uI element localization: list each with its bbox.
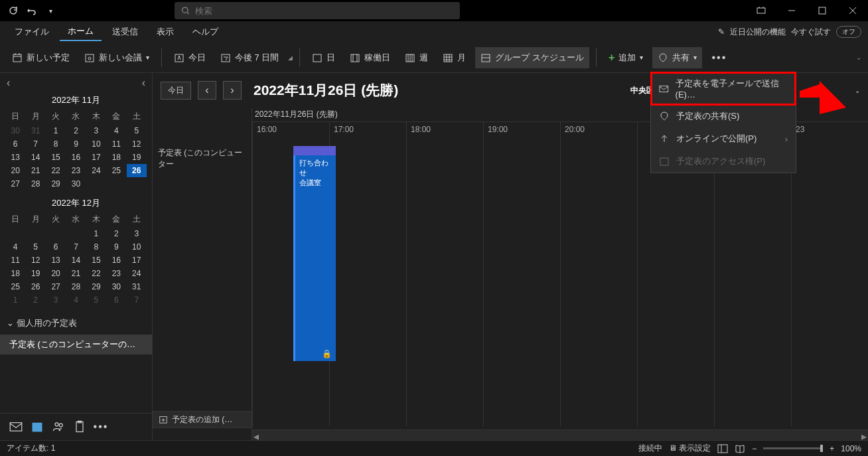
cal-day[interactable]: 15 (46, 151, 66, 164)
cal-day[interactable]: 26 (25, 280, 45, 293)
cal-day[interactable]: 1 (46, 124, 66, 137)
cal-day[interactable]: 16 (66, 151, 86, 164)
upcoming-features[interactable]: 近日公開の機能 (730, 27, 786, 38)
time-slot[interactable] (483, 146, 560, 427)
cal-day[interactable]: 7 (66, 240, 86, 254)
display-settings[interactable]: 🖥 表示設定 (669, 443, 711, 454)
cal-day[interactable]: 11 (5, 254, 25, 267)
cal-day[interactable]: 20 (46, 267, 66, 280)
cal-day[interactable]: 23 (66, 164, 86, 177)
cal-day[interactable]: 29 (86, 280, 106, 293)
cal-day[interactable] (106, 177, 126, 190)
calendar-nav-icon[interactable] (31, 420, 44, 433)
cal-day[interactable]: 28 (66, 280, 86, 293)
share-email-item[interactable]: 予定表を電子メールで送信(E)… (651, 72, 796, 105)
cal-day[interactable]: 2 (106, 227, 126, 240)
time-slot[interactable] (714, 146, 791, 427)
try-now-toggle[interactable]: オフ (836, 26, 861, 38)
cal-day[interactable]: 4 (66, 293, 86, 307)
zoom-out-button[interactable]: − (752, 444, 757, 453)
cal-day[interactable] (25, 227, 45, 240)
cal-day[interactable]: 12 (25, 254, 45, 267)
mini-calendar-december[interactable]: 日月火水木金土123456789101112131415161718192021… (0, 210, 152, 312)
view-options-dropdown[interactable]: ⌄ (855, 87, 860, 94)
cal-day[interactable]: 12 (127, 137, 147, 151)
cal-day[interactable]: 4 (5, 240, 25, 254)
minimize-button[interactable] (776, 0, 807, 21)
sync-icon[interactable] (5, 3, 21, 19)
cal-collapse-button[interactable]: ‹ (138, 76, 149, 90)
today-button[interactable]: 今日 (169, 47, 211, 68)
cal-day[interactable]: 13 (46, 254, 66, 267)
cal-day[interactable]: 6 (5, 137, 25, 151)
cal-day[interactable]: 29 (46, 177, 66, 190)
cal-day[interactable]: 30 (106, 280, 126, 293)
new-meeting-button[interactable]: 新しい会議▾ (79, 47, 155, 68)
zoom-slider[interactable] (763, 447, 823, 449)
cal-day[interactable]: 6 (106, 293, 126, 307)
cal-day[interactable]: 27 (5, 177, 25, 190)
menu-view[interactable]: 表示 (149, 23, 182, 40)
prev-day-button[interactable]: ‹ (198, 81, 216, 100)
publish-online-item[interactable]: オンラインで公開(P)› (651, 127, 796, 150)
cal-day[interactable]: 14 (66, 254, 86, 267)
cal-day[interactable]: 16 (106, 254, 126, 267)
cal-day[interactable]: 3 (46, 293, 66, 307)
view-normal-icon[interactable] (717, 444, 728, 453)
cal-day[interactable]: 17 (127, 254, 147, 267)
cal-day[interactable]: 30 (5, 124, 25, 137)
cal-day[interactable]: 13 (5, 151, 25, 164)
cal-day[interactable]: 17 (86, 151, 106, 164)
cal-day[interactable]: 8 (46, 137, 66, 151)
goto-today-button[interactable]: 今日 (161, 82, 191, 100)
ribbon-display-icon[interactable] (746, 0, 776, 21)
cal-day[interactable]: 14 (25, 151, 45, 164)
search-input[interactable] (195, 6, 453, 16)
cal-day[interactable]: 31 (25, 124, 45, 137)
cal-day[interactable]: 25 (106, 164, 126, 177)
cal-day[interactable]: 4 (106, 124, 126, 137)
more-nav-icon[interactable]: ••• (94, 420, 108, 433)
tasks-nav-icon[interactable] (73, 420, 86, 433)
mini-calendar-november[interactable]: 日月火水木金土303112345678910111213141516171819… (0, 108, 152, 196)
time-slot[interactable] (637, 146, 714, 427)
cal-day[interactable]: 25 (5, 280, 25, 293)
cal-day[interactable]: 21 (66, 267, 86, 280)
try-now[interactable]: 今すぐ試す (791, 27, 831, 38)
menu-help[interactable]: ヘルプ (184, 23, 226, 40)
cal-day[interactable]: 5 (127, 124, 147, 137)
cal-day[interactable]: 10 (127, 240, 147, 254)
cal-day[interactable]: 22 (46, 164, 66, 177)
cal-day[interactable]: 18 (106, 151, 126, 164)
quickaccess-dropdown-icon[interactable]: ▾ (42, 3, 58, 19)
cal-day[interactable]: 6 (46, 240, 66, 254)
cal-day[interactable]: 3 (86, 124, 106, 137)
add-calendar-row[interactable]: 予定表の追加 (… (153, 411, 252, 428)
people-nav-icon[interactable] (52, 420, 65, 433)
cal-day[interactable]: 19 (25, 267, 45, 280)
menu-file[interactable]: ファイル (7, 23, 57, 40)
time-slot[interactable] (560, 146, 637, 427)
cal-day[interactable] (5, 227, 25, 240)
horizontal-scrollbar[interactable]: ◂ ▸ (252, 429, 868, 440)
cal-day[interactable] (127, 177, 147, 190)
cal-day[interactable]: 5 (86, 293, 106, 307)
time-slot[interactable] (329, 146, 406, 427)
maximize-button[interactable] (807, 0, 837, 21)
cal-day[interactable] (86, 177, 106, 190)
calendar-list-item[interactable]: 予定表 (このコンピューターの… (0, 335, 152, 354)
cal-day[interactable] (46, 227, 66, 240)
month-view-button[interactable]: 月 (437, 47, 471, 68)
group-schedule-button[interactable]: グループ スケジュール (475, 47, 589, 68)
next-7-days-button[interactable]: 今後 7 日間 (215, 47, 284, 68)
cal-day[interactable]: 31 (127, 280, 147, 293)
my-calendars-section[interactable]: ⌄個人用の予定表 (0, 312, 152, 335)
cal-day[interactable]: 5 (25, 240, 45, 254)
cal-day[interactable] (66, 227, 86, 240)
cal-prev-button[interactable]: ‹ (3, 76, 14, 90)
zoom-in-button[interactable]: + (830, 444, 834, 453)
cal-day[interactable]: 30 (66, 177, 86, 190)
cal-day[interactable]: 1 (5, 293, 25, 307)
cal-day[interactable]: 21 (25, 164, 45, 177)
undo-icon[interactable] (24, 3, 40, 19)
